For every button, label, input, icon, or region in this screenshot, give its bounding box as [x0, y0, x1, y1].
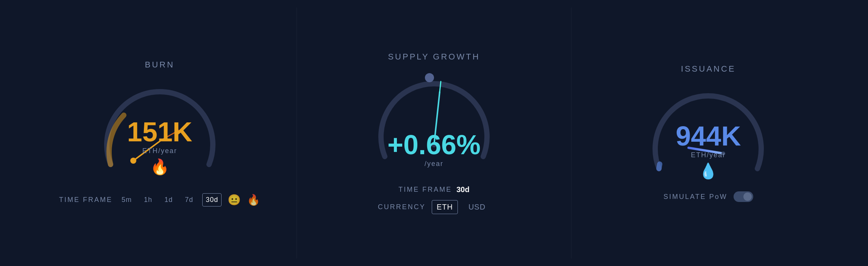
time-btn-1h[interactable]: 1h [141, 194, 155, 206]
supply-growth-unit: /year [387, 160, 481, 168]
time-btn-5m[interactable]: 5m [119, 194, 135, 206]
time-btn-30d[interactable]: 30d [202, 193, 222, 207]
supply-timeframe-value: 30d [456, 185, 469, 194]
simulate-pow-toggle[interactable] [734, 191, 753, 202]
time-frame-controls: TIME FRAME 5m 1h 1d 7d 30d 😐 🔥 [59, 193, 260, 207]
burn-value-container: 151K ETH/year 🔥 [127, 118, 192, 176]
currency-btn-usd[interactable]: USD [464, 200, 490, 214]
supply-timeframe: TIME FRAME 30d [398, 185, 469, 194]
fire-mode-icon[interactable]: 🔥 [247, 194, 260, 206]
currency-label: CURRENCY [378, 203, 426, 211]
supply-growth-gauge: +0.66% /year [373, 69, 495, 175]
currency-controls: CURRENCY ETH USD [378, 200, 490, 214]
issuance-title: ISSUANCE [681, 64, 735, 74]
time-btn-1d[interactable]: 1d [161, 194, 176, 206]
supply-growth-value-container: +0.66% /year [387, 131, 481, 168]
burn-value: 151K [127, 118, 192, 146]
issuance-panel: ISSUANCE 944K E [571, 8, 845, 258]
currency-btn-eth[interactable]: ETH [432, 200, 458, 214]
issuance-value: 944K [676, 122, 741, 150]
issuance-icon: 💧 [676, 162, 741, 180]
simulate-pow-label: SIMULATE PoW [663, 193, 727, 201]
supply-growth-panel: SUPPLY GROWTH +0.66% /year TIME FRAME 30… [297, 8, 571, 258]
burn-icon: 🔥 [127, 158, 192, 176]
burn-panel: BURN 151K ETH/year 🔥 TIME [23, 8, 297, 258]
issuance-unit: ETH/year [676, 151, 741, 159]
svg-point-3 [425, 73, 434, 82]
burn-unit: ETH/year [127, 147, 192, 155]
issuance-value-container: 944K ETH/year 💧 [676, 122, 741, 180]
supply-growth-title: SUPPLY GROWTH [388, 52, 480, 62]
supply-timeframe-label: TIME FRAME [398, 186, 452, 194]
dashboard: BURN 151K ETH/year 🔥 TIME [0, 0, 868, 266]
issuance-gauge: 944K ETH/year 💧 [648, 81, 769, 188]
simulate-pow-container: SIMULATE PoW [663, 191, 753, 202]
time-btn-7d[interactable]: 7d [182, 194, 196, 206]
burn-gauge: 151K ETH/year 🔥 [99, 77, 220, 183]
time-frame-label: TIME FRAME [59, 196, 112, 204]
merge-icon[interactable]: 😐 [228, 194, 241, 206]
supply-growth-value: +0.66% [387, 131, 481, 158]
burn-title: BURN [145, 60, 174, 70]
